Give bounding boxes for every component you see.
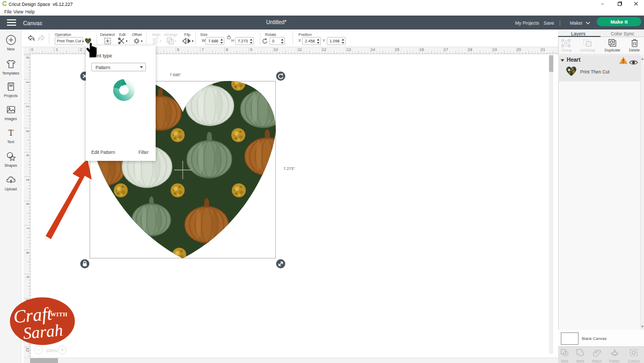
svg-text:Sarah: Sarah bbox=[23, 321, 64, 343]
svg-text:WITH: WITH bbox=[50, 312, 68, 317]
